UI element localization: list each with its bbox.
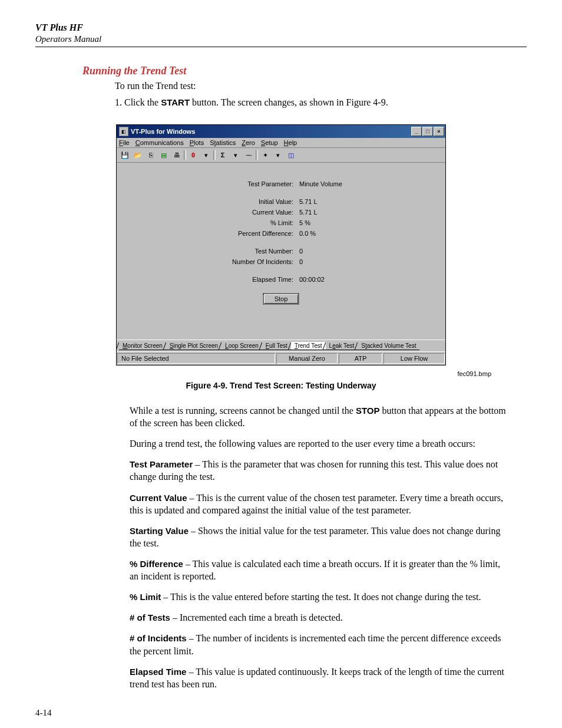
- window-title: VT-Plus for Windows: [131, 128, 411, 135]
- para-pct-limit: % Limit – This is the value entered befo…: [130, 591, 506, 603]
- test-number-label: Test Number:: [117, 248, 299, 255]
- bmp-filename: fec091.bmp: [44, 370, 491, 377]
- tab-bar: Monitor Screen Single Plot Screen Loop S…: [117, 340, 445, 351]
- toolbar-separator: [256, 150, 258, 160]
- initial-value-value: 5.71 L: [299, 198, 318, 205]
- open-icon[interactable]: 📂: [132, 149, 144, 161]
- sigma-icon[interactable]: Σ: [217, 149, 229, 161]
- copy-icon[interactable]: ⎘: [145, 149, 157, 161]
- menu-zero[interactable]: Zero: [242, 139, 255, 146]
- maximize-button[interactable]: □: [422, 127, 433, 136]
- para-starting-value: Starting Value – Shows the initial value…: [130, 525, 506, 549]
- print-icon[interactable]: 🖶: [171, 149, 183, 161]
- para-num-incidents: # of Incidents – The number of incidents…: [130, 632, 506, 657]
- tab-full-test[interactable]: Full Test: [262, 342, 291, 350]
- app-icon: ◧: [119, 127, 128, 136]
- data-icon[interactable]: ▤: [158, 149, 170, 161]
- dropdown-icon[interactable]: ▾: [272, 149, 284, 161]
- current-value-label: Current Value:: [117, 209, 299, 216]
- status-atp: ATP: [339, 353, 382, 364]
- para-pct-difference: % Difference – This value is calculated …: [130, 558, 506, 582]
- step-prefix: 1. Click the: [115, 97, 161, 107]
- pct-limit-label: % Limit:: [117, 219, 299, 226]
- current-value-value: 5.71 L: [299, 209, 318, 216]
- pct-diff-value: 0.0 %: [299, 230, 316, 237]
- menu-statistics[interactable]: Statistics: [210, 139, 236, 146]
- tab-single-plot-screen[interactable]: Single Plot Screen: [166, 342, 222, 350]
- test-parameter-label: Test Parameter:: [117, 180, 299, 187]
- menu-help[interactable]: Help: [284, 139, 297, 146]
- pct-diff-label: Percent Difference:: [117, 230, 299, 237]
- dropdown-icon[interactable]: ▾: [230, 149, 242, 161]
- menu-plots[interactable]: Plots: [190, 139, 204, 146]
- signal-icon[interactable]: ⁓: [243, 149, 254, 161]
- menubar: File Communications Plots Statistics Zer…: [117, 138, 445, 148]
- para-during: During a trend test, the following value…: [130, 437, 506, 450]
- header-title: VT Plus HF: [35, 22, 527, 33]
- elapsed-value: 00:00:02: [299, 276, 325, 283]
- page-number: 4-14: [35, 708, 527, 718]
- num-incidents-value: 0: [299, 258, 303, 265]
- figure-caption: Figure 4-9. Trend Test Screen: Testing U…: [35, 381, 527, 390]
- menu-setup[interactable]: Setup: [261, 139, 278, 146]
- status-file: No File Selected: [117, 353, 275, 364]
- status-bar: No File Selected Manual Zero ATP Low Flo…: [117, 351, 445, 365]
- header-subtitle: Operators Manual: [35, 34, 527, 44]
- tab-trend-test[interactable]: Trend Test: [291, 342, 326, 350]
- menu-file[interactable]: File: [119, 139, 130, 146]
- minimize-button[interactable]: _: [411, 127, 422, 136]
- intro-text: To run the Trend test:: [115, 81, 527, 91]
- window-body: Test Parameter: Minute Volume Initial Va…: [117, 163, 445, 340]
- titlebar: ◧ VT-Plus for Windows _ □ ×: [117, 125, 445, 138]
- para-running: While a test is running, screens cannot …: [130, 404, 506, 429]
- test-number-value: 0: [299, 248, 303, 255]
- status-flow: Low Flow: [384, 353, 445, 364]
- pct-limit-value: 5 %: [299, 219, 310, 226]
- event-icon[interactable]: ◫: [285, 149, 297, 161]
- test-parameter-value: Minute Volume: [299, 180, 342, 187]
- para-elapsed-time: Elapsed Time – This value is updated con…: [130, 666, 506, 690]
- para-num-tests: # of Tests – Incremented each time a bre…: [130, 611, 506, 624]
- step-1: 1. Click the START button. The screen ch…: [115, 97, 527, 108]
- step-suffix: button. The screen changes, as shown in …: [190, 97, 388, 107]
- tab-stacked-volume-test[interactable]: Stacked Volume Test: [358, 342, 419, 350]
- marker-icon[interactable]: ✦: [259, 149, 271, 161]
- start-keyword: START: [161, 97, 190, 107]
- app-window: ◧ VT-Plus for Windows _ □ × File Communi…: [116, 124, 446, 365]
- status-zero: Manual Zero: [276, 353, 338, 364]
- elapsed-label: Elapsed Time:: [117, 276, 299, 283]
- toolbar-separator: [184, 150, 186, 160]
- toolbar-separator: [213, 150, 216, 160]
- tab-loop-screen[interactable]: Loop Screen: [222, 342, 262, 350]
- page-header: VT Plus HF Operators Manual: [35, 22, 527, 47]
- close-button[interactable]: ×: [434, 127, 444, 136]
- para-test-parameter: Test Parameter – This is the parameter t…: [130, 458, 506, 483]
- save-icon[interactable]: 💾: [119, 149, 131, 161]
- zero-icon[interactable]: 0: [187, 149, 199, 161]
- menu-communications[interactable]: Communications: [135, 139, 184, 146]
- initial-value-label: Initial Value:: [117, 198, 299, 205]
- tab-leak-test[interactable]: Leak Test: [326, 342, 358, 350]
- section-title: Running the Trend Test: [82, 65, 527, 77]
- para-current-value: Current Value – This is the current valu…: [130, 492, 506, 516]
- stop-button[interactable]: Stop: [263, 294, 299, 304]
- toolbar: 💾 📂 ⎘ ▤ 🖶 0 ▾ Σ ▾ ⁓ ✦ ▾ ◫: [117, 148, 445, 163]
- num-incidents-label: Number Of Incidents:: [117, 258, 299, 265]
- stop-keyword: STOP: [356, 406, 380, 416]
- dropdown-icon[interactable]: ▾: [200, 149, 212, 161]
- tab-monitor-screen[interactable]: Monitor Screen: [119, 342, 166, 350]
